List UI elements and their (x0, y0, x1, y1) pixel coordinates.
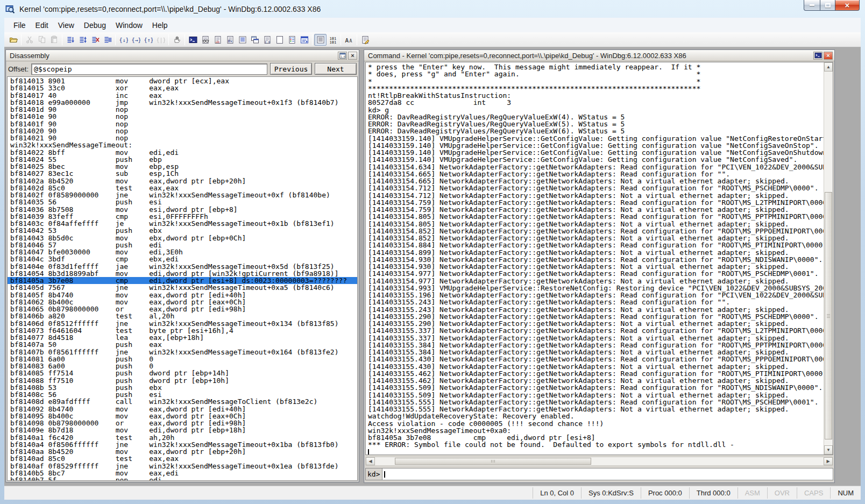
disasm-line[interactable]: bf81404c 3bdf cmp ebx,edi (10, 255, 357, 262)
options-icon[interactable] (359, 34, 371, 46)
menu-edit[interactable]: Edit (31, 19, 53, 32)
menu-view[interactable]: View (53, 19, 79, 32)
disasm-line[interactable]: bf814073 f6461604 test byte ptr [esi+16h… (10, 327, 357, 334)
disasm-line[interactable]: bf8140af 0f8529ffffff jne win32k!xxxSend… (10, 463, 357, 470)
vertical-scroll-thumb[interactable] (825, 192, 832, 439)
vertical-scrollbar[interactable]: ▲ ▼ (824, 62, 833, 455)
disasm-line[interactable]: bf81405a 3b7e08 cmp edi,dword ptr [esi+8… (8, 277, 357, 284)
call-stack-window-icon[interactable] (249, 34, 261, 46)
memory-window-icon[interactable] (236, 34, 249, 46)
disasm-line[interactable]: bf8140a4 0f8506ffffff jne win32k!xxxSend… (10, 441, 357, 448)
break-icon[interactable] (101, 34, 114, 46)
disasm-line[interactable]: bf81408b 53 push ebx (10, 384, 357, 391)
disasm-line[interactable]: bf814020 90 nop (10, 127, 357, 134)
disasm-line[interactable]: bf814083 6a00 push 0 (10, 363, 357, 370)
open-source-file-icon[interactable] (7, 34, 19, 46)
disasm-line[interactable]: bf814085 ff7514 push dword ptr [ebp+14h] (10, 370, 357, 377)
next-button[interactable]: Next (315, 63, 357, 75)
previous-button[interactable]: Previous (270, 63, 312, 75)
scratch-pad-icon[interactable] (273, 34, 286, 46)
scroll-down-icon[interactable]: ▼ (824, 445, 833, 455)
horizontal-scrollbar[interactable]: ◀ ▶ (365, 457, 833, 466)
menu-help[interactable]: Help (147, 19, 173, 32)
disasm-line[interactable]: bf814024 55 push ebp (10, 156, 357, 163)
dock-icon[interactable]: 1.0 (338, 52, 347, 60)
close-button[interactable]: × (835, 0, 860, 11)
disasm-line[interactable]: bf814081 6a00 push 0 (10, 356, 357, 363)
menu-file[interactable]: File (9, 19, 31, 32)
disasm-line[interactable]: bf8140aa 8b4520 mov eax,dword ptr [ebp+2… (10, 448, 357, 455)
disasm-line[interactable]: bf814036 8b7508 mov esi,dword ptr [ebp+8… (10, 206, 357, 213)
disasm-line[interactable]: bf814088 ff7510 push dword ptr [ebp+10h] (10, 377, 357, 384)
disasm-line[interactable]: bf81405d 7567 jne win32k!xxxSendMessageT… (10, 284, 357, 291)
menu-debug[interactable]: Debug (79, 19, 111, 32)
command-input[interactable] (382, 468, 833, 480)
disasm-line[interactable]: bf814025 8bec mov ebp,esp (10, 163, 357, 170)
step-into-icon[interactable]: {↓} (117, 34, 130, 46)
horizontal-scroll-thumb[interactable] (395, 458, 591, 465)
disasm-line[interactable]: bf81407b 0f8561ffffff jne win32k!xxxSend… (10, 349, 357, 356)
stop-debugging-icon[interactable] (89, 34, 101, 46)
disasm-line[interactable]: bf81402a 8b4520 mov eax,dword ptr [ebp+2… (10, 178, 357, 184)
disasm-line[interactable]: bf814092 8b4740 mov eax,dword ptr [edi+4… (10, 406, 357, 413)
disasm-line[interactable]: bf814035 56 push esi (10, 198, 357, 205)
offset-input[interactable]: @$scopeip (31, 63, 267, 75)
scroll-left-icon[interactable]: ◀ (366, 457, 375, 465)
number-format-icon[interactable]: 101101 (327, 34, 339, 46)
maximize-button[interactable] (820, 0, 835, 11)
disasm-line[interactable]: bf81406b a820 test al,20h (10, 313, 357, 320)
disasm-label-line[interactable]: win32k!xxxSendMessageTimeout: (10, 141, 357, 148)
step-out-icon[interactable]: {↑} (142, 34, 154, 46)
disasm-line[interactable]: bf81408d e89afdffff call win32k!xxxSendM… (10, 398, 357, 405)
registers-window-icon[interactable]: 0x (224, 34, 236, 46)
disasm-line[interactable]: bf814098 0b8798000000 or eax,dword ptr [… (10, 420, 357, 427)
disasm-line[interactable]: bf814039 83feff cmp esi,0FFFFFFFFh (10, 213, 357, 220)
insert-remove-breakpoint-icon[interactable] (171, 34, 183, 46)
locals-window-icon[interactable]: ab (211, 34, 224, 46)
disasm-line[interactable]: bf814047 bfe0030000 mov edi,3E0h (10, 249, 357, 255)
disasm-line[interactable]: bf814054 8b3d18899abf mov edi,dword ptr … (10, 270, 357, 277)
processes-threads-icon[interactable] (286, 34, 298, 46)
disasm-line[interactable]: bf814077 8d4518 lea eax,[ebp+18h] (10, 334, 357, 341)
go-icon[interactable] (64, 34, 76, 46)
disassembly-window-icon[interactable]: 1.0 (261, 34, 273, 46)
step-over-icon[interactable]: {→} (130, 34, 142, 46)
disasm-line[interactable]: bf814017 40 inc eax (10, 92, 357, 99)
disasm-line[interactable]: bf8140ad 85c0 test eax,eax (10, 455, 357, 462)
disasm-line[interactable]: bf81403c 0f84affeffff je win32k!xxxSendM… (10, 220, 357, 227)
command-window-icon[interactable] (813, 52, 823, 60)
disasm-line[interactable]: bf814046 57 push edi (10, 242, 357, 249)
disasm-line[interactable]: bf8140b7 5f pop edi (10, 477, 357, 481)
watch-window-icon[interactable] (199, 34, 211, 46)
disasm-line[interactable]: bf814022 8bff mov edi,edi (10, 149, 357, 156)
disasm-line[interactable]: bf81406d 0f8512ffffff jne win32k!xxxSend… (10, 320, 357, 327)
disasm-line[interactable]: bf81402d 85c0 test eax,eax (10, 184, 357, 191)
scroll-right-icon[interactable]: ▶ (824, 457, 833, 465)
disasm-line[interactable]: bf814013 8901 mov dword ptr [ecx],eax (10, 77, 357, 84)
disasm-line[interactable]: bf81401d 90 nop (10, 106, 357, 113)
scroll-up-icon[interactable]: ▲ (824, 62, 833, 72)
disasm-line[interactable]: bf81401e 90 nop (10, 113, 357, 120)
disassembly-title-bar[interactable]: Disassembly 1.0 × (6, 50, 359, 61)
menu-window[interactable]: Window (111, 19, 147, 32)
command-output[interactable]: * press the "Enter" key now. This messag… (366, 62, 824, 455)
disasm-line[interactable]: bf81402f 0f8589000000 jne win32k!xxxSend… (10, 191, 357, 198)
disassembly-content[interactable]: bf814013 8901 mov dword ptr [ecx],eaxbf8… (7, 76, 358, 481)
disasm-line[interactable]: bf814043 8b5d0c mov ebx,dword ptr [ebp+0… (10, 235, 357, 242)
disasm-line[interactable]: bf81401f 90 nop (10, 120, 357, 127)
disasm-line[interactable]: bf81408c 56 push esi (10, 391, 357, 398)
disasm-line[interactable]: bf814065 0b8798000000 or eax,dword ptr [… (10, 306, 357, 313)
title-bar[interactable]: Kernel 'com:pipe,resets=0,reconnect,port… (0, 0, 865, 18)
disasm-line[interactable]: bf814015 33c0 xor eax,eax (10, 84, 357, 91)
disasm-line[interactable]: bf814018 e99a000000 jmp win32k!xxxSendMe… (10, 99, 357, 106)
disasm-line[interactable]: bf814027 83ec1c sub esp,1Ch (10, 170, 357, 177)
disasm-line[interactable]: bf81404e 0f83d1feffff jae win32k!xxxSend… (10, 263, 357, 270)
command-window-icon[interactable] (187, 34, 199, 46)
close-icon[interactable]: × (348, 52, 357, 60)
close-icon[interactable]: × (824, 52, 833, 60)
command-browser-icon[interactable] (298, 34, 310, 46)
restart-icon[interactable] (76, 34, 89, 46)
disasm-line[interactable]: bf81407a 50 push eax (10, 341, 357, 348)
command-title-bar[interactable]: Command - Kernel 'com:pipe,resets=0,reco… (364, 50, 834, 61)
disasm-line[interactable]: bf814021 90 nop (10, 134, 357, 141)
